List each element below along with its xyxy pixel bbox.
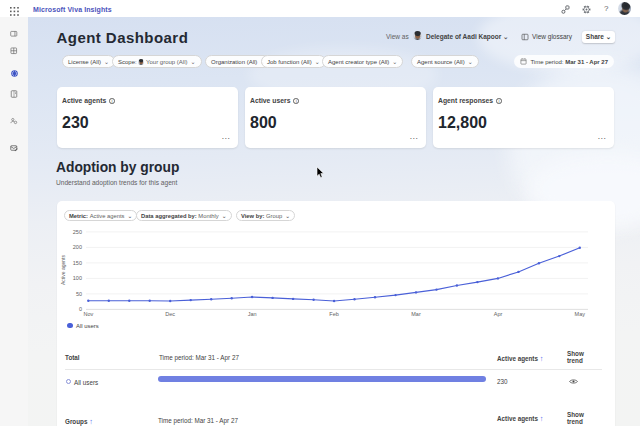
svg-text:200: 200 bbox=[73, 244, 82, 250]
svg-text:150: 150 bbox=[73, 260, 82, 266]
svg-text:Mar: Mar bbox=[411, 311, 421, 317]
svg-text:Apr: Apr bbox=[494, 311, 503, 317]
svg-text:Active agents: Active agents bbox=[60, 254, 66, 285]
svg-text:Dec: Dec bbox=[165, 311, 175, 317]
svg-text:50: 50 bbox=[76, 291, 82, 297]
svg-text:Jan: Jan bbox=[248, 311, 257, 317]
svg-text:250: 250 bbox=[73, 229, 82, 235]
svg-text:0: 0 bbox=[79, 306, 82, 312]
svg-text:Feb: Feb bbox=[329, 311, 338, 317]
svg-text:100: 100 bbox=[73, 275, 82, 281]
svg-text:May: May bbox=[575, 311, 586, 317]
svg-text:Nov: Nov bbox=[83, 311, 93, 317]
